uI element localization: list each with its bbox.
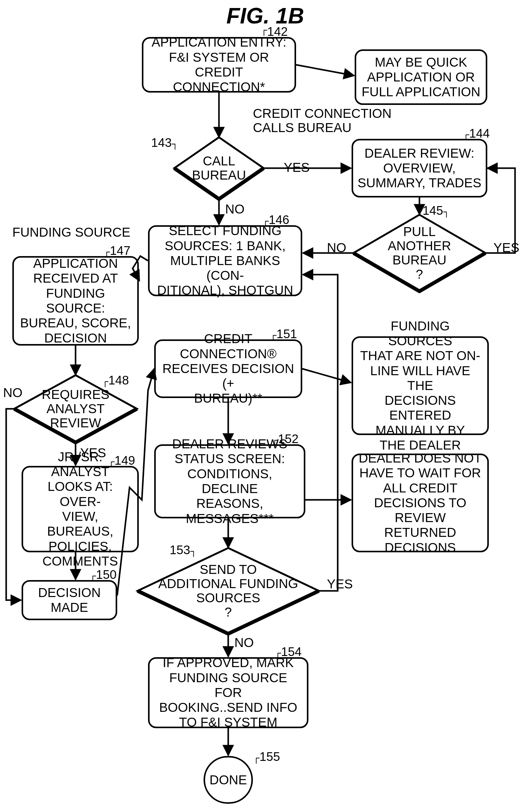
node-147: APPLICATIONRECEIVED ATFUNDING SOURCE:BUR…	[12, 256, 139, 345]
node-147-text: APPLICATIONRECEIVED ATFUNDING SOURCE:BUR…	[18, 256, 133, 345]
node-149: JR./SR. ANALYSTLOOKS AT: OVER-VIEW, BURE…	[22, 466, 139, 552]
node-152-text: DEALER REVIEWSSTATUS SCREEN:CONDITIONS, …	[160, 436, 300, 526]
node-155-text: DONE	[209, 773, 247, 787]
note-quick-app: MAY BE QUICKAPPLICATION ORFULL APPLICATI…	[355, 49, 487, 105]
node-154: IF APPROVED, MARKFUNDING SOURCE FORBOOKI…	[148, 657, 308, 728]
note-no-wait-text: DEALER DOES NOTHAVE TO WAIT FORALL CREDI…	[358, 451, 483, 555]
ref-154: ┌154	[274, 645, 302, 659]
ref-147: ┌147	[103, 244, 131, 258]
ref-152: ┌152	[271, 432, 299, 446]
node-146-text: SELECT FUNDINGSOURCES: 1 BANK,MULTIPLE B…	[154, 223, 297, 298]
note-manual-entry: FUNDING SOURCESTHAT ARE NOT ON-LINE WILL…	[352, 336, 489, 435]
ref-148: ┌148	[102, 373, 129, 387]
note-manual-entry-text: FUNDING SOURCESTHAT ARE NOT ON-LINE WILL…	[358, 319, 483, 453]
label-143-yes: YES	[284, 161, 310, 175]
node-152: DEALER REVIEWSSTATUS SCREEN:CONDITIONS, …	[154, 444, 305, 518]
label-funding-source: FUNDING SOURCE	[12, 225, 131, 240]
node-145-text: PULLANOTHERBUREAU?	[388, 225, 451, 282]
label-143-no: NO	[225, 202, 245, 216]
node-148-text: REQUIRESANALYSTREVIEW	[42, 388, 109, 430]
node-153-text: SEND TOADDITIONAL FUNDINGSOURCES?	[158, 562, 298, 620]
node-144-text: DEALER REVIEW:OVERVIEW,SUMMARY, TRADES	[358, 146, 481, 191]
note-quick-app-text: MAY BE QUICKAPPLICATION ORFULL APPLICATI…	[361, 55, 480, 100]
label-148-no: NO	[3, 386, 22, 400]
node-143: CALLBUREAU	[173, 136, 265, 201]
node-151-text: CREDIT CONNECTION®RECEIVES DECISION (+BU…	[160, 331, 297, 406]
node-154-text: IF APPROVED, MARKFUNDING SOURCE FORBOOKI…	[154, 655, 303, 730]
svg-line-13	[302, 369, 351, 382]
node-144: DEALER REVIEW:OVERVIEW,SUMMARY, TRADES	[352, 139, 487, 198]
ref-149: ┌149	[108, 453, 135, 467]
ref-144: ┌144	[462, 127, 490, 141]
node-155: DONE	[204, 756, 253, 804]
ref-146: ┌146	[262, 213, 289, 227]
ref-155: ┌155	[253, 750, 280, 764]
node-142-text: APPLICATION ENTRY:F&I SYSTEM OR CREDITCO…	[148, 35, 290, 94]
node-150-text: DECISIONMADE	[38, 585, 100, 615]
label-145-yes: YES	[493, 241, 519, 255]
ref-150: ┌150	[90, 568, 117, 582]
ref-143: 143┐	[151, 136, 178, 150]
label-153-yes: YES	[327, 577, 353, 591]
node-153: SEND TOADDITIONAL FUNDINGSOURCES?	[136, 546, 321, 636]
node-151: CREDIT CONNECTION®RECEIVES DECISION (+BU…	[154, 339, 302, 398]
node-150: DECISIONMADE	[22, 580, 117, 620]
svg-line-4	[296, 65, 354, 76]
node-145: PULLANOTHERBUREAU?	[352, 213, 487, 293]
ref-151: ┌151	[270, 327, 297, 341]
ref-145: 145┐	[422, 204, 450, 218]
node-142: APPLICATION ENTRY:F&I SYSTEM OR CREDITCO…	[142, 37, 296, 93]
label-153-no: NO	[234, 636, 254, 650]
ref-153: 153┐	[170, 543, 197, 557]
note-no-wait: DEALER DOES NOTHAVE TO WAIT FORALL CREDI…	[352, 453, 489, 552]
node-143-text: CALLBUREAU	[192, 154, 246, 182]
label-credit-conn-calls: CREDIT CONNECTIONCALLS BUREAU	[253, 107, 398, 135]
label-145-no: NO	[327, 241, 346, 255]
ref-142: ┌142	[261, 25, 288, 39]
node-146: SELECT FUNDINGSOURCES: 1 BANK,MULTIPLE B…	[148, 225, 302, 296]
